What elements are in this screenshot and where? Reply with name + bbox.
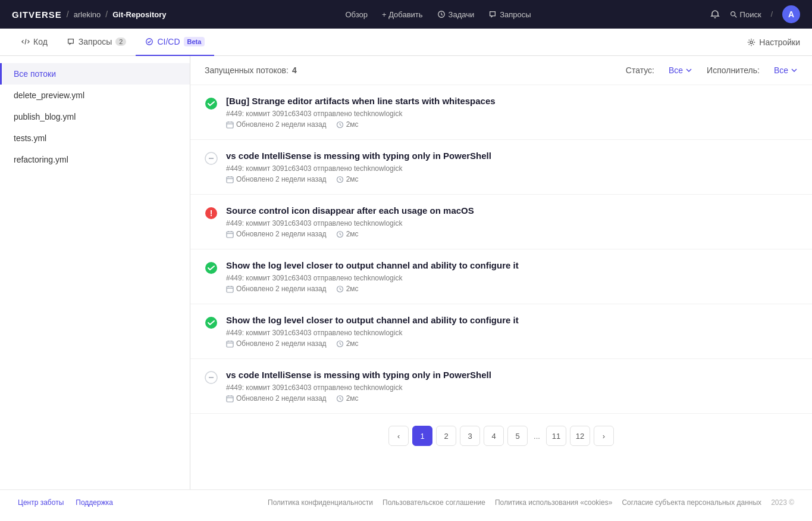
footer: Центр заботы Поддержка Политика конфиден… xyxy=(0,489,812,515)
run-meta-bottom: Обновлено 2 недели назад 2мс xyxy=(226,175,798,183)
tab-code[interactable]: Код xyxy=(12,29,57,56)
svg-point-5 xyxy=(750,40,753,43)
footer-left: Центр заботы Поддержка xyxy=(18,498,113,507)
run-info: Show the log level closer to output chan… xyxy=(226,260,798,293)
sidebar-all-flows[interactable]: Все потоки xyxy=(0,63,190,85)
launched-label: Запущенных потоков: xyxy=(205,65,289,75)
org-link[interactable]: arlekino xyxy=(74,10,101,19)
svg-rect-21 xyxy=(227,232,233,238)
run-info: vs code IntelliSense is messing with typ… xyxy=(226,151,798,183)
run-commit-info: #449: коммит 3091c63403 отправлено techk… xyxy=(226,329,798,337)
run-item[interactable]: Show the log level closer to output chan… xyxy=(190,249,812,304)
svg-rect-7 xyxy=(227,122,233,128)
tabs-left: Код Запросы 2 CI/CD Beta xyxy=(12,29,214,55)
sidebar: Все потоки delete_preview.yml publish_bl… xyxy=(0,56,190,489)
run-updated: Обновлено 2 недели назад xyxy=(226,175,327,183)
pagination: ‹ 1 2 3 4 5 ... 11 12 › xyxy=(190,414,812,458)
run-info: [Bug] Strange editor artifacts when line… xyxy=(226,96,798,129)
pagination-next[interactable]: › xyxy=(594,426,614,446)
run-title: vs code IntelliSense is messing with typ… xyxy=(226,151,798,161)
sep1: / xyxy=(67,10,69,19)
svg-rect-14 xyxy=(227,177,233,183)
sidebar-item-delete-preview[interactable]: delete_preview.yml xyxy=(0,85,190,106)
run-status-icon xyxy=(205,97,218,110)
tab-requests[interactable]: Запросы 2 xyxy=(57,29,136,56)
run-duration: 2мс xyxy=(336,230,359,238)
nav-tasks[interactable]: Задачи xyxy=(437,10,475,19)
header-nav: Обзор + Добавить Задачи Запросы xyxy=(345,10,531,19)
run-duration: 2мс xyxy=(336,120,359,129)
pagination-ellipsis: ... xyxy=(531,432,543,441)
footer-right: Политика конфиденциальности Пользователь… xyxy=(268,498,794,507)
pagination-page-2[interactable]: 2 xyxy=(436,426,456,446)
nav-overview[interactable]: Обзор xyxy=(345,10,368,19)
run-item[interactable]: vs code IntelliSense is messing with typ… xyxy=(190,140,812,195)
svg-rect-27 xyxy=(227,286,233,292)
svg-rect-40 xyxy=(227,396,233,402)
run-item[interactable]: Show the log level closer to output chan… xyxy=(190,304,812,359)
footer-consent: Согласие субъекта персональных данных xyxy=(622,498,761,507)
search-btn[interactable]: Поиск xyxy=(729,10,761,19)
executor-label: Исполнитель: xyxy=(707,65,760,75)
run-commit-info: #449: коммит 3091c63403 отправлено techk… xyxy=(226,164,798,173)
requests-badge: 2 xyxy=(115,38,126,46)
run-updated: Обновлено 2 недели назад xyxy=(226,230,327,238)
run-updated: Обновлено 2 недели назад xyxy=(226,394,327,403)
run-status-icon xyxy=(205,152,218,165)
run-meta-bottom: Обновлено 2 недели назад 2мс xyxy=(226,120,798,129)
nav-add[interactable]: + Добавить xyxy=(382,10,423,19)
settings-label: Настройки xyxy=(759,38,800,47)
pagination-page-5[interactable]: 5 xyxy=(507,426,528,446)
run-updated: Обновлено 2 недели назад xyxy=(226,339,327,348)
run-meta-bottom: Обновлено 2 недели назад 2мс xyxy=(226,285,798,293)
run-meta-bottom: Обновлено 2 недели назад 2мс xyxy=(226,339,798,348)
run-meta-bottom: Обновлено 2 недели назад 2мс xyxy=(226,230,798,238)
footer-privacy: Политика конфиденциальности xyxy=(268,498,373,507)
run-status-icon: ! xyxy=(205,207,218,220)
footer-cookies: Политика использования «cookies» xyxy=(495,498,612,507)
tabs-bar: Код Запросы 2 CI/CD Beta Настройки xyxy=(0,29,812,56)
pagination-page-12[interactable]: 12 xyxy=(570,426,590,446)
run-commit-info: #449: коммит 3091c63403 отправлено techk… xyxy=(226,219,798,227)
filter-bar: Запущенных потоков: 4 Статус: Все Исполн… xyxy=(190,56,812,85)
status-dropdown[interactable]: Все xyxy=(669,65,692,75)
footer-help-center[interactable]: Центр заботы xyxy=(18,498,64,507)
run-duration: 2мс xyxy=(336,339,359,348)
footer-user-agreement: Пользовательское соглашение xyxy=(383,498,485,507)
repo-link[interactable]: Git-Repository xyxy=(112,10,166,19)
main-layout: Все потоки delete_preview.yml publish_bl… xyxy=(0,56,812,489)
settings-tab[interactable]: Настройки xyxy=(747,38,800,47)
filter-left: Запущенных потоков: 4 xyxy=(205,65,297,75)
run-status-icon xyxy=(205,261,218,274)
status-label: Статус: xyxy=(626,65,654,75)
sidebar-item-tests[interactable]: tests.yml xyxy=(0,127,190,149)
content-area: Запущенных потоков: 4 Статус: Все Исполн… xyxy=(190,56,812,489)
executor-dropdown[interactable]: Все xyxy=(774,65,798,75)
pagination-prev[interactable]: ‹ xyxy=(388,426,409,446)
run-duration: 2мс xyxy=(336,394,359,403)
avatar[interactable]: A xyxy=(782,5,800,23)
slash-shortcut: / xyxy=(771,10,773,18)
run-item[interactable]: vs code IntelliSense is messing with typ… xyxy=(190,359,812,414)
pagination-page-4[interactable]: 4 xyxy=(484,426,504,446)
footer-copyright: 2023 © xyxy=(771,498,794,507)
run-item[interactable]: ! Source control icon disappear after ea… xyxy=(190,195,812,249)
pagination-page-11[interactable]: 11 xyxy=(546,426,566,446)
sidebar-item-refactoring[interactable]: refactoring.yml xyxy=(0,149,190,170)
nav-requests[interactable]: Запросы xyxy=(488,10,531,19)
run-item[interactable]: [Bug] Strange editor artifacts when line… xyxy=(190,85,812,140)
tab-cicd[interactable]: CI/CD Beta xyxy=(136,29,214,56)
run-commit-info: #449: коммит 3091c63403 отправлено techk… xyxy=(226,383,798,392)
logo[interactable]: GITVERSE xyxy=(12,10,62,20)
run-meta-bottom: Обновлено 2 недели назад 2мс xyxy=(226,394,798,403)
run-info: Show the log level closer to output chan… xyxy=(226,315,798,348)
pagination-page-1[interactable]: 1 xyxy=(412,426,432,446)
pagination-page-3[interactable]: 3 xyxy=(460,426,480,446)
notifications-btn[interactable] xyxy=(710,10,720,19)
svg-line-3 xyxy=(25,39,26,45)
footer-support[interactable]: Поддержка xyxy=(76,498,113,507)
sidebar-item-publish-blog[interactable]: publish_blog.yml xyxy=(0,106,190,127)
svg-rect-33 xyxy=(227,341,233,347)
header-left: GITVERSE / arlekino / Git-Repository xyxy=(12,10,166,20)
header-right: Поиск / A xyxy=(710,5,800,23)
